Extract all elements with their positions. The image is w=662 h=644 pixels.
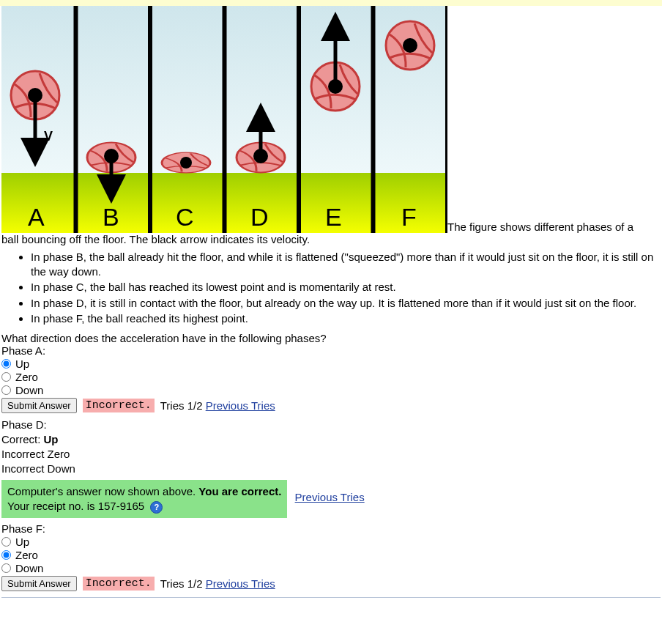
previous-tries-link[interactable]: Previous Tries <box>206 577 275 590</box>
panel-label-f: F <box>401 203 417 231</box>
list-item: In phase F, the ball reached its highest… <box>31 311 661 326</box>
phase-a-option-zero[interactable] <box>1 372 11 382</box>
phase-a-label: Phase A: <box>1 344 661 357</box>
correct-box-prefix: Computer's answer now shown above. <box>7 485 198 497</box>
svg-point-13 <box>180 157 192 169</box>
previous-tries-link[interactable]: Previous Tries <box>295 491 365 503</box>
tries-text: Tries 1/2 <box>160 577 203 590</box>
panel-label-a: A <box>28 203 45 231</box>
submit-answer-button[interactable]: Submit Answer <box>1 398 77 413</box>
phase-a-option-down[interactable] <box>1 385 11 395</box>
option-label: Zero <box>15 549 38 561</box>
phase-description-list: In phase B, the ball already hit the flo… <box>1 250 661 326</box>
help-icon[interactable]: ? <box>150 501 163 514</box>
phase-f-label: Phase F: <box>1 522 661 535</box>
list-item: In phase C, the ball has reached its low… <box>31 280 661 295</box>
phase-a-option-up[interactable] <box>1 359 11 369</box>
option-label: Zero <box>15 371 38 383</box>
section-divider <box>1 597 661 598</box>
question-prompt: What direction does the acceleration hav… <box>1 332 661 344</box>
previous-tries-link[interactable]: Previous Tries <box>206 399 275 412</box>
bounce-figure: V A B C D E F <box>1 6 447 233</box>
phase-d-label: Phase D: <box>1 418 661 432</box>
svg-point-18 <box>403 38 417 53</box>
phase-d-correct-prefix: Correct: <box>1 433 44 445</box>
correct-box-bold: You are correct. <box>198 485 281 497</box>
intro-right-text: The figure shows different phases of a <box>447 221 633 233</box>
list-item: In phase B, the ball already hit the flo… <box>31 250 661 278</box>
phase-d-incorrect-1: Incorrect Zero <box>1 447 661 462</box>
correct-feedback-box: Computer's answer now shown above. You a… <box>1 480 287 519</box>
submit-answer-button[interactable]: Submit Answer <box>1 576 77 591</box>
feedback-incorrect: Incorrect. <box>83 577 155 591</box>
receipt-text: Your receipt no. is 157-9165 <box>7 500 144 512</box>
option-label: Up <box>15 536 29 548</box>
velocity-label: V <box>44 129 53 144</box>
phase-f-option-zero[interactable] <box>1 550 11 560</box>
phase-f-option-up[interactable] <box>1 537 11 547</box>
phase-d-correct-value: Up <box>44 433 59 445</box>
panel-label-d: D <box>250 203 269 231</box>
feedback-incorrect: Incorrect. <box>83 399 155 412</box>
option-label: Down <box>15 562 43 574</box>
option-label: Up <box>15 358 29 370</box>
phase-d-incorrect-2: Incorrect Down <box>1 462 661 476</box>
intro-below-text: ball bouncing off the floor. The black a… <box>1 233 661 245</box>
panel-label-c: C <box>176 203 194 231</box>
tries-text: Tries 1/2 <box>160 399 203 412</box>
panel-label-e: E <box>325 203 342 231</box>
list-item: In phase D, it is still in contact with … <box>31 296 661 311</box>
panel-label-b: B <box>103 203 119 231</box>
top-accent-bar <box>0 0 662 6</box>
option-label: Down <box>15 384 43 396</box>
phase-f-option-down[interactable] <box>1 563 11 573</box>
